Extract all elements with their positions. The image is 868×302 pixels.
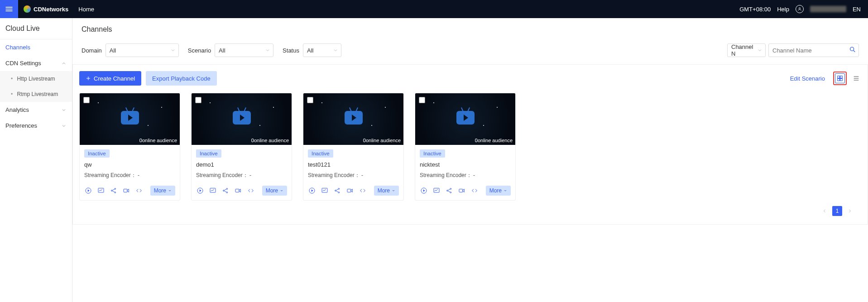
share-button[interactable] <box>221 187 230 195</box>
svg-point-20 <box>335 190 336 192</box>
page-next-button[interactable] <box>845 206 855 216</box>
channel-checkbox[interactable] <box>419 97 425 103</box>
svg-rect-5 <box>840 79 843 81</box>
brand-logo[interactable]: CDNetworks <box>18 5 74 13</box>
svg-point-9 <box>115 188 116 190</box>
embed-button[interactable] <box>247 187 255 195</box>
share-button[interactable] <box>445 187 453 195</box>
embed-button[interactable] <box>470 187 479 195</box>
card-body: Inactive nicktest Streaming Encoder： - <box>415 145 515 182</box>
sidebar-item-channels[interactable]: Channels <box>0 39 72 55</box>
status-badge: Inactive <box>420 149 445 158</box>
share-button[interactable] <box>333 187 341 195</box>
help-link[interactable]: Help <box>777 6 789 13</box>
svg-point-16 <box>226 192 228 193</box>
share-icon <box>446 187 453 194</box>
channel-thumbnail[interactable]: 0online audience <box>80 93 180 145</box>
stats-button[interactable] <box>209 187 217 195</box>
sidebar-item-preferences[interactable]: Preferences <box>0 118 72 134</box>
page-number-current[interactable]: 1 <box>832 206 842 216</box>
channel-thumbnail[interactable]: 0online audience <box>303 93 403 145</box>
nav-home[interactable]: Home <box>74 6 99 13</box>
menu-icon <box>5 5 14 14</box>
grid-view-button[interactable] <box>835 73 845 83</box>
card-actions: More <box>303 182 403 200</box>
chart-icon <box>209 187 216 194</box>
embed-button[interactable] <box>135 187 143 195</box>
channel-card: 0online audience Inactive qw Streaming E… <box>79 93 180 201</box>
encoder-info: Streaming Encoder： - <box>420 172 511 179</box>
product-title: Cloud Live <box>0 18 72 39</box>
play-circle-icon <box>197 187 204 194</box>
channel-card: 0online audience Inactive demo1 Streamin… <box>191 93 292 201</box>
play-button[interactable] <box>84 187 92 195</box>
channel-checkbox[interactable] <box>307 97 313 103</box>
channel-checkbox[interactable] <box>83 97 90 103</box>
create-channel-button[interactable]: Create Channel <box>79 71 141 86</box>
sidebar-item-analytics[interactable]: Analytics <box>0 102 72 118</box>
chevron-right-icon <box>847 208 853 214</box>
export-playback-button[interactable]: Export Playback Code <box>146 71 217 86</box>
status-badge: Inactive <box>84 149 110 158</box>
more-button[interactable]: More <box>262 186 287 196</box>
svg-point-22 <box>338 192 340 193</box>
play-preview-icon <box>456 111 475 125</box>
chevron-down-icon <box>757 48 762 53</box>
sidebar-item-rtmp-livestream[interactable]: Rtmp Livestream <box>0 86 72 102</box>
chevron-down-icon <box>392 189 395 192</box>
channel-checkbox[interactable] <box>195 97 201 103</box>
lang-selector[interactable]: EN <box>853 6 861 13</box>
stats-button[interactable] <box>321 187 329 195</box>
svg-point-1 <box>850 47 854 51</box>
status-select[interactable]: All <box>303 43 341 57</box>
stats-button[interactable] <box>432 187 441 195</box>
code-icon <box>471 187 478 194</box>
embed-button[interactable] <box>359 187 367 195</box>
cards-row: 0online audience Inactive qw Streaming E… <box>79 93 861 201</box>
domain-select[interactable]: All <box>106 43 179 57</box>
card-actions: More <box>415 182 515 200</box>
share-button[interactable] <box>110 187 118 195</box>
scenario-select[interactable]: All <box>215 43 273 57</box>
list-view-button[interactable] <box>851 73 861 83</box>
page-prev-button[interactable] <box>820 206 830 216</box>
logo-icon <box>24 5 31 13</box>
toolbar: Create Channel Export Playback Code Edit… <box>79 71 861 86</box>
brand-text: CDNetworks <box>34 6 68 13</box>
card-body: Inactive demo1 Streaming Encoder： - <box>192 145 292 182</box>
filter-domain: Domain All <box>82 43 179 57</box>
record-button[interactable] <box>122 187 130 195</box>
search-input[interactable] <box>768 43 859 57</box>
channel-thumbnail[interactable]: 0online audience <box>415 93 515 145</box>
record-button[interactable] <box>458 187 466 195</box>
sidebar-item-label: CDN Settings <box>5 60 41 67</box>
more-button[interactable]: More <box>150 186 175 196</box>
user-icon[interactable] <box>796 5 804 13</box>
filter-right: Channel N <box>727 43 859 57</box>
search-field-select[interactable]: Channel N <box>727 43 766 57</box>
chevron-up-icon <box>61 61 67 66</box>
svg-point-26 <box>447 190 448 192</box>
search-button[interactable] <box>849 46 856 55</box>
pagination: 1 <box>79 201 861 218</box>
channel-thumbnail[interactable]: 0online audience <box>192 93 292 145</box>
play-button[interactable] <box>308 187 316 195</box>
stats-button[interactable] <box>97 187 105 195</box>
edit-scenario-link[interactable]: Edit Scenario <box>790 75 825 82</box>
camera-icon <box>458 187 465 194</box>
more-button[interactable]: More <box>486 186 511 196</box>
sidebar-item-http-livestream[interactable]: Http Livestream <box>0 71 72 86</box>
svg-point-28 <box>450 192 451 193</box>
encoder-info: Streaming Encoder： - <box>196 172 287 179</box>
sidebar-item-cdn-settings[interactable]: CDN Settings <box>0 55 72 71</box>
chevron-left-icon <box>822 208 827 214</box>
filter-domain-label: Domain <box>82 47 102 54</box>
filter-status-label: Status <box>283 47 299 54</box>
record-button[interactable] <box>346 187 354 195</box>
play-button[interactable] <box>420 187 428 195</box>
hamburger-menu[interactable] <box>0 0 18 18</box>
record-button[interactable] <box>234 187 242 195</box>
play-button[interactable] <box>196 187 204 195</box>
search-wrap <box>768 43 859 57</box>
more-button[interactable]: More <box>374 186 399 196</box>
